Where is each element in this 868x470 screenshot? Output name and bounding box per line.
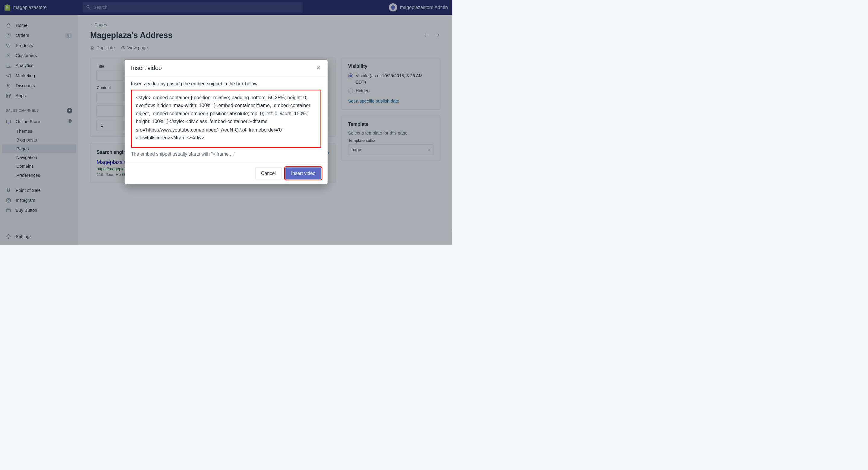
close-icon [315,65,321,70]
modal-title: Insert video [131,65,162,71]
insert-video-modal: Insert video Insert a video by pasting t… [125,60,328,184]
cancel-button[interactable]: Cancel [255,168,281,179]
modal-overlay: Insert video Insert a video by pasting t… [0,0,452,245]
insert-video-button[interactable]: Insert video [285,168,321,179]
embed-code-textarea[interactable] [131,90,321,148]
embed-hint: The embed snippet usually starts with "<… [131,151,321,157]
modal-instruction: Insert a video by pasting the embed snip… [131,81,321,87]
close-button[interactable] [315,65,321,71]
